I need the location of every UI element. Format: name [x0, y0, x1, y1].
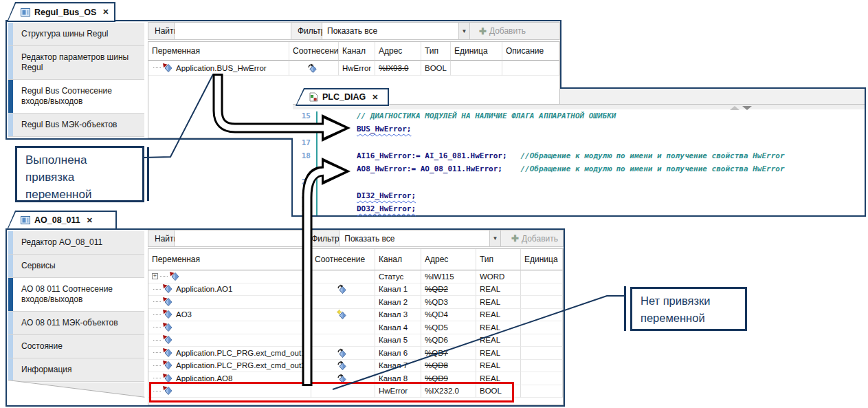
column-header: Единица: [451, 42, 502, 61]
column-header: Переменная: [148, 42, 289, 61]
sidebar-item[interactable]: AO 08 011 Соотнесение входов/выходов: [8, 278, 144, 312]
find-input[interactable]: [175, 23, 291, 39]
table-row[interactable]: Application.PLC_PRG.ext_cmd_out2Канал 7%…: [148, 360, 563, 373]
callout-unbound-variable: Нет привязки переменной: [630, 287, 747, 331]
table-row[interactable]: Application.PLC_PRG.ext_cmd_out1Канал 6%…: [148, 347, 563, 360]
code-line[interactable]: BUS_HwError;: [293, 122, 865, 136]
column-header: Единица: [521, 249, 563, 270]
tab-plc-diag[interactable]: PLC_DIAG ✕: [296, 88, 389, 106]
column-header: Соотнесение: [311, 249, 375, 270]
mapped-variable-icon: [337, 348, 347, 358]
tab-label: PLC_DIAG: [322, 92, 366, 102]
mapped-variable-icon: [337, 284, 347, 294]
line-number: [293, 122, 315, 136]
variable-icon: [162, 335, 173, 345]
code-line[interactable]: 17: [293, 136, 865, 149]
sidebar-item[interactable]: Сервисы: [8, 255, 144, 278]
column-header: Тип: [476, 249, 521, 270]
filter-select[interactable]: Показать все ▼: [322, 23, 470, 39]
st-code-editor[interactable]: 15// ДИАГНОСТИКА МОДУЛЕЙ НА НАЛИЧИЕ ФЛАГ…: [293, 109, 865, 215]
sidebar-item[interactable]: Regul Bus Соотнесение входов/выходов: [8, 80, 144, 114]
table-row[interactable]: +Статус%IW115WORD: [148, 270, 563, 283]
table-header-row: ПеременнаяСоотнесениеКаналАдресТипЕдиниц…: [148, 42, 559, 61]
split-up-icon[interactable]: [730, 106, 739, 110]
table-row[interactable]: AO3Канал 3%QD4REAL: [148, 309, 563, 322]
variable-icon: [162, 297, 173, 307]
sidebar-item[interactable]: Информация: [8, 358, 144, 382]
column-header: Адрес: [375, 42, 421, 61]
chevron-down-icon[interactable]: ▼: [458, 23, 469, 39]
table-row[interactable]: Application.BUS_HwErrorHwError%IX93.0BOO…: [148, 61, 559, 76]
sidebar-item[interactable]: Структура шины Regul: [8, 23, 144, 46]
tree-dots: [153, 314, 161, 315]
new-variable-icon: [337, 310, 347, 319]
add-button[interactable]: ✚ Добавить: [507, 230, 563, 246]
device-icon: [21, 8, 30, 17]
pou-icon: [309, 92, 318, 102]
split-down-icon[interactable]: [742, 106, 752, 110]
variable-icon: [162, 63, 173, 73]
filter-label: Фильтр: [291, 23, 322, 39]
code-line[interactable]: 18AI16_HwError:= AI_16_081.HwError; //Об…: [293, 149, 865, 162]
tree-dots: [153, 301, 161, 302]
column-header: Соотнесение: [289, 42, 339, 61]
table-row[interactable]: Канал 2%QD3REAL: [148, 296, 563, 309]
tab-regul-bus-os[interactable]: Regul_Bus_OS ✕: [7, 2, 115, 22]
tab-ao-08-011[interactable]: AO_08_011 ✕: [7, 211, 117, 230]
chevron-down-icon[interactable]: ▼: [489, 230, 500, 246]
filter-value: Показать все: [322, 26, 458, 36]
plus-icon: ✚: [479, 26, 487, 36]
column-header: Тип: [421, 42, 451, 61]
line-number: 15: [293, 109, 315, 122]
variable-icon: [169, 272, 180, 281]
code-line[interactable]: 22DO32_HwError;: [293, 202, 865, 215]
tree-dots: [153, 67, 161, 68]
line-number: 18: [293, 149, 315, 162]
code-line[interactable]: 20: [293, 175, 865, 189]
plus-icon: ✚: [511, 233, 519, 244]
tree-dots: [153, 365, 161, 366]
sidebar-item[interactable]: Regul Bus МЭК-объектов: [8, 114, 144, 137]
screenshot-stage: Regul_Bus_OS ✕ Структура шины RegulРедак…: [0, 0, 868, 408]
variable-icon: [162, 323, 173, 332]
line-number: 17: [293, 136, 315, 149]
column-header: Описание: [502, 42, 559, 61]
column-header: Канал: [375, 249, 421, 270]
tab-label: AO_08_011: [34, 215, 80, 225]
filter-select[interactable]: Показать все ▼: [340, 230, 501, 246]
table-row[interactable]: Канал 4%QD5REAL: [148, 321, 563, 334]
expand-icon[interactable]: +: [152, 273, 158, 279]
column-header: Адрес: [421, 249, 476, 270]
tree-dots: [160, 276, 168, 277]
table-row[interactable]: Канал 5%QD6REAL: [148, 334, 563, 347]
ao-08-011-toolbar: Найти Фильтр Показать все ▼ ✚ Добавить: [148, 230, 564, 247]
tree-dots: [153, 378, 161, 378]
close-icon[interactable]: ✕: [102, 8, 109, 17]
gutter-separator: [316, 111, 318, 215]
code-line[interactable]: 15// ДИАГНОСТИКА МОДУЛЕЙ НА НАЛИЧИЕ ФЛАГ…: [293, 109, 865, 122]
tree-dots: [153, 340, 161, 341]
device-icon: [21, 216, 30, 224]
mapped-variable-icon: [337, 361, 347, 370]
mapped-variable-icon: [307, 63, 318, 73]
sidebar-item[interactable]: Редактор AO_08_011: [8, 231, 144, 255]
table-row[interactable]: Application.AO1Канал 1%QD2REAL: [148, 283, 563, 297]
line-number: [293, 162, 315, 175]
regul-bus-toolbar: Найти Фильтр Показать все ▼ ✚ Добавить: [148, 22, 560, 40]
code-line[interactable]: AO8_HwError:= AO_08_011.HwError; //Обращ…: [293, 162, 865, 175]
find-input[interactable]: [175, 230, 305, 246]
tree-dots: [153, 327, 161, 328]
sidebar-item[interactable]: Состояние: [8, 335, 144, 358]
close-icon[interactable]: ✕: [87, 216, 93, 225]
sidebar-item[interactable]: Редактор параметров шины Regul: [8, 46, 144, 80]
callout-bound-variable: Выполнена привязка переменной: [15, 146, 144, 202]
line-number: 21: [293, 189, 315, 202]
tree-dots: [153, 352, 161, 353]
close-icon[interactable]: ✕: [372, 93, 378, 102]
variable-icon: [162, 361, 173, 370]
add-button[interactable]: ✚ Добавить: [474, 23, 531, 39]
filter-value: Показать все: [340, 234, 489, 244]
sidebar-item[interactable]: AO 08 011 МЭК-объектов: [8, 312, 144, 335]
code-line[interactable]: 21DI32_HwError;: [293, 189, 865, 202]
variable-icon: [162, 284, 173, 294]
